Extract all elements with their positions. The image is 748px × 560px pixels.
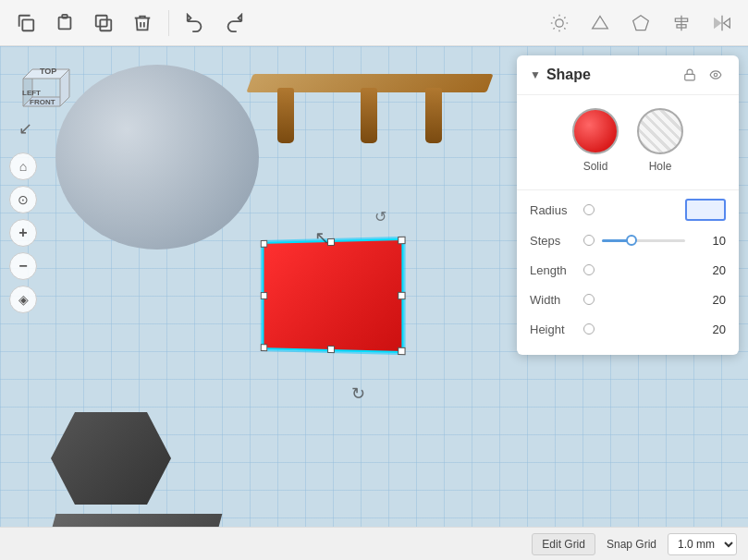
- panel-collapse-button[interactable]: ▼: [530, 68, 541, 81]
- mirror-tool-button[interactable]: [705, 6, 739, 40]
- panel-header-icons: [680, 65, 726, 85]
- svg-line-13: [564, 17, 565, 18]
- panel-title: Shape: [546, 67, 674, 83]
- zoom-out-button[interactable]: −: [9, 252, 37, 280]
- hole-label: Hole: [649, 160, 672, 173]
- redo-button[interactable]: [217, 6, 251, 40]
- paste-button[interactable]: [48, 6, 81, 40]
- handle-bottom-left[interactable]: [261, 344, 267, 351]
- solid-icon: [572, 108, 619, 154]
- view-tool-button[interactable]: ◈: [9, 286, 37, 313]
- dark-polygon[interactable]: [51, 412, 171, 505]
- sphere-object[interactable]: [55, 65, 259, 250]
- length-circle[interactable]: [583, 264, 595, 275]
- shape-tool-button[interactable]: [583, 6, 617, 40]
- handle-top-left[interactable]: [261, 240, 267, 248]
- edit-grid-button[interactable]: Edit Grid: [532, 533, 595, 555]
- left-tools: ⌂ ⊙ + − ◈: [9, 143, 37, 313]
- rotate-arrow-2: ↺: [374, 208, 386, 225]
- hole-tool-button[interactable]: [624, 6, 657, 40]
- hole-option[interactable]: Hole: [637, 108, 683, 173]
- steps-label: Steps: [530, 234, 576, 248]
- solid-label: Solid: [583, 160, 608, 173]
- radius-circle[interactable]: [583, 204, 595, 215]
- table-leg-3[interactable]: [425, 88, 442, 143]
- svg-text:LEFT: LEFT: [22, 89, 41, 97]
- width-label: Width: [530, 293, 576, 307]
- selected-box[interactable]: [263, 238, 404, 353]
- svg-rect-3: [96, 15, 107, 26]
- handle-bottom-mid[interactable]: [327, 346, 335, 353]
- table-leg-1[interactable]: [277, 88, 294, 143]
- rotate-arrow: ↻: [351, 383, 365, 404]
- width-value: 20: [693, 293, 726, 307]
- radius-row: Radius: [517, 194, 739, 225]
- handle-left-mid[interactable]: [261, 292, 267, 299]
- steps-circle[interactable]: [583, 235, 595, 246]
- zoom-in-button[interactable]: +: [9, 219, 37, 247]
- radius-input[interactable]: [685, 199, 726, 221]
- svg-point-5: [556, 18, 563, 26]
- length-row: Length 20: [517, 255, 739, 285]
- table-leg-2[interactable]: [361, 88, 377, 143]
- height-row: Height 20: [517, 314, 739, 344]
- svg-text:TOP: TOP: [40, 67, 56, 76]
- shape-options: Solid Hole: [517, 95, 739, 186]
- height-circle[interactable]: [583, 323, 595, 335]
- steps-slider-thumb[interactable]: [626, 235, 637, 246]
- svg-rect-2: [62, 14, 67, 18]
- svg-rect-4: [100, 19, 111, 30]
- steps-row: Steps 10: [517, 225, 739, 255]
- toolbar: [0, 0, 748, 46]
- width-circle[interactable]: [583, 294, 595, 305]
- divider-1: [517, 189, 739, 190]
- right-panel: ▼ Shape Solid Hole: [517, 55, 739, 355]
- svg-line-12: [554, 28, 555, 29]
- copy-button[interactable]: [9, 6, 43, 40]
- height-label: Height: [530, 323, 576, 336]
- height-value: 20: [693, 323, 726, 336]
- steps-value: 10: [693, 234, 726, 248]
- toolbar-right: [543, 6, 739, 40]
- duplicate-button[interactable]: [87, 6, 120, 40]
- svg-rect-26: [685, 74, 695, 79]
- hole-icon: [637, 108, 683, 154]
- svg-line-8: [554, 17, 555, 18]
- svg-line-9: [564, 28, 565, 29]
- panel-header: ▼ Shape: [517, 55, 739, 95]
- separator: [168, 10, 169, 36]
- light-tool-button[interactable]: [543, 6, 576, 40]
- radius-label: Radius: [530, 203, 576, 217]
- handle-right-mid[interactable]: [398, 292, 405, 299]
- svg-text:FRONT: FRONT: [30, 98, 55, 106]
- width-row: Width 20: [517, 285, 739, 314]
- handle-bottom-right[interactable]: [398, 347, 405, 355]
- status-bar: Edit Grid Snap Grid 1.0 mm 0.5 mm 2.0 mm: [0, 527, 748, 560]
- snap-grid-select[interactable]: 1.0 mm 0.5 mm 2.0 mm: [668, 533, 737, 555]
- delete-button[interactable]: [126, 6, 159, 40]
- undo-button[interactable]: [178, 6, 212, 40]
- length-value: 20: [693, 263, 726, 277]
- toolbar-left: [9, 6, 251, 40]
- svg-rect-0: [22, 19, 33, 30]
- svg-point-27: [714, 73, 717, 77]
- fit-tool-button[interactable]: ⊙: [9, 186, 37, 213]
- move-arrow: ↖: [314, 226, 330, 249]
- svg-rect-1: [59, 17, 71, 29]
- length-label: Length: [530, 263, 576, 277]
- solid-option[interactable]: Solid: [572, 108, 619, 173]
- handle-top-right[interactable]: [398, 237, 405, 244]
- steps-slider[interactable]: [602, 239, 685, 242]
- svg-marker-14: [633, 15, 649, 30]
- align-tool-button[interactable]: [665, 6, 698, 40]
- snap-grid-label: Snap Grid: [607, 538, 656, 551]
- panel-lock-button[interactable]: [680, 65, 700, 85]
- panel-visibility-button[interactable]: [705, 65, 726, 85]
- orientation-cube[interactable]: TOP LEFT FRONT ↙: [9, 55, 83, 129]
- home-tool-button[interactable]: ⌂: [9, 152, 37, 180]
